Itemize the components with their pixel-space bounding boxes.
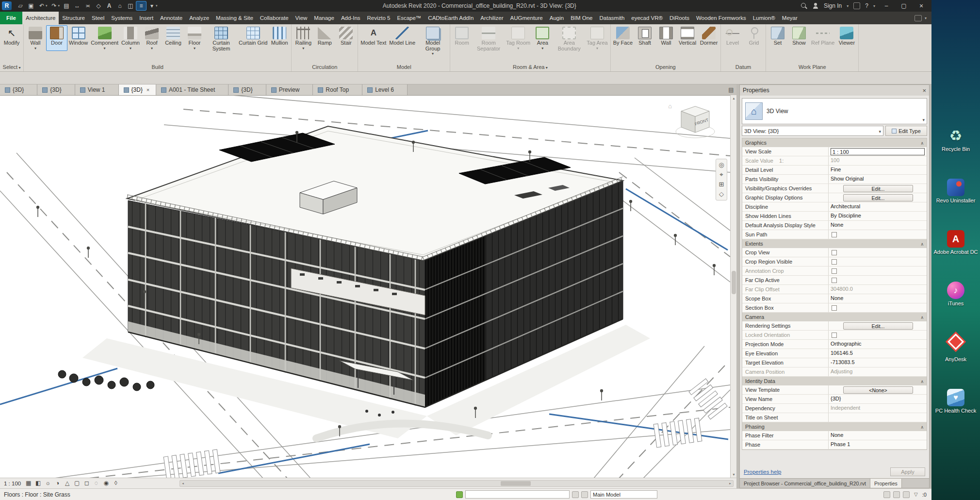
view-tab[interactable]: {3D} bbox=[119, 84, 156, 95]
checkbox[interactable] bbox=[832, 278, 837, 283]
ribbon-button[interactable]: Show bbox=[788, 25, 810, 51]
ribbon-collapse-icon[interactable]: ▾ bbox=[925, 16, 927, 20]
ribbon-button[interactable]: Ceiling bbox=[163, 25, 184, 51]
ribbon-tab[interactable]: Datasmith bbox=[596, 12, 628, 24]
collapse-icon[interactable] bbox=[920, 314, 924, 320]
ribbon-tab[interactable]: Revizto 5 bbox=[364, 12, 394, 24]
rendering-icon[interactable] bbox=[63, 479, 71, 487]
type-selector[interactable]: 3D View bbox=[742, 98, 927, 124]
ribbon-button[interactable]: Dormer bbox=[698, 25, 719, 51]
crop-region-icon[interactable] bbox=[82, 479, 91, 487]
view-tab[interactable]: Preview bbox=[266, 84, 313, 95]
chevron-down-icon[interactable] bbox=[922, 117, 925, 122]
view-tab[interactable]: View 1 bbox=[75, 84, 119, 95]
tab-properties[interactable]: Properties bbox=[870, 479, 902, 488]
qat-button[interactable] bbox=[83, 1, 93, 10]
property-value-cell[interactable]: Phase 1 bbox=[829, 440, 927, 449]
ribbon-tab[interactable]: Collaborate bbox=[257, 12, 292, 24]
ribbon-button[interactable]: Roof bbox=[141, 25, 163, 51]
checkbox[interactable] bbox=[832, 305, 837, 311]
ribbon-button[interactable]: Model Line bbox=[388, 25, 417, 51]
home-icon[interactable]: ⌂ bbox=[668, 102, 672, 110]
design-option-select[interactable]: Main Model bbox=[590, 490, 657, 499]
ribbon-button[interactable]: Stair bbox=[335, 25, 357, 51]
checkbox[interactable] bbox=[832, 232, 837, 237]
panel-label-room-area[interactable]: Room & Area bbox=[450, 63, 610, 71]
design-options-icon[interactable] bbox=[581, 491, 588, 498]
tab-views-list-icon[interactable] bbox=[726, 84, 736, 95]
steering-wheel-icon[interactable] bbox=[717, 160, 726, 170]
ribbon-tab[interactable]: Steel bbox=[88, 12, 108, 24]
ribbon-tab[interactable]: eyecad VR® bbox=[628, 12, 666, 24]
qat-button[interactable] bbox=[136, 1, 146, 10]
section-header-extents[interactable]: Extents bbox=[742, 239, 927, 248]
property-value-cell[interactable]: Edit... bbox=[829, 193, 927, 202]
ribbon-tab[interactable]: Archilizer bbox=[477, 12, 506, 24]
ribbon-button[interactable]: Shaft bbox=[634, 25, 655, 51]
ribbon-tab[interactable]: BIM One bbox=[567, 12, 596, 24]
properties-help-link[interactable]: Properties help bbox=[744, 469, 781, 475]
property-value-cell[interactable]: None bbox=[829, 431, 927, 440]
chevron-down-icon[interactable] bbox=[879, 128, 881, 134]
view-tab[interactable]: A001 - Title Sheet bbox=[156, 84, 229, 95]
ribbon-tab[interactable]: Wooden Formworks bbox=[693, 12, 750, 24]
ribbon-button[interactable]: Tag Area bbox=[585, 25, 609, 51]
property-value-cell[interactable]: By Discipline bbox=[829, 212, 927, 220]
ribbon-tab[interactable]: Massing & Site bbox=[212, 12, 257, 24]
apply-button[interactable]: Apply bbox=[890, 467, 925, 476]
ribbon-button[interactable]: By Face bbox=[612, 25, 634, 51]
view-tab[interactable]: Level 6 bbox=[362, 84, 408, 95]
ribbon-button[interactable]: Set bbox=[767, 25, 788, 51]
checkbox[interactable] bbox=[832, 250, 837, 255]
property-value-cell[interactable]: Orthographic bbox=[829, 340, 927, 349]
ribbon-button[interactable]: Wall bbox=[25, 25, 46, 51]
property-value-cell[interactable]: Architectural bbox=[829, 202, 927, 211]
desktop-icon[interactable]: AnyDesk bbox=[932, 333, 979, 363]
pan-icon[interactable] bbox=[717, 170, 726, 180]
property-value-cell[interactable]: Fine bbox=[829, 166, 927, 174]
property-value-cell[interactable]: -713083.5 bbox=[829, 358, 927, 367]
view-tab[interactable]: {3D} bbox=[229, 84, 266, 95]
property-value-cell[interactable]: Edit... bbox=[829, 184, 927, 193]
revit-logo-icon[interactable]: R bbox=[2, 1, 12, 10]
section-header-phasing[interactable]: Phasing bbox=[742, 422, 927, 431]
checkbox[interactable] bbox=[832, 268, 837, 274]
qat-button[interactable] bbox=[49, 1, 61, 10]
ribbon-button[interactable]: Window bbox=[67, 25, 89, 51]
property-value-cell[interactable] bbox=[829, 331, 927, 339]
sun-path-icon[interactable] bbox=[44, 479, 52, 487]
horizontal-scrollbar[interactable]: ◂ ▸ bbox=[180, 480, 734, 487]
section-header-camera[interactable]: Camera bbox=[742, 313, 927, 321]
ribbon-button[interactable]: Model Text bbox=[359, 25, 388, 51]
checkbox[interactable] bbox=[832, 259, 837, 265]
ribbon-button[interactable]: Curtain Grid bbox=[237, 25, 269, 51]
collapse-icon[interactable] bbox=[920, 241, 924, 247]
qat-button[interactable] bbox=[94, 1, 103, 10]
ribbon-button[interactable]: Ref Plane bbox=[810, 25, 836, 51]
property-value-cell[interactable] bbox=[829, 257, 927, 266]
collapse-icon[interactable] bbox=[920, 378, 924, 384]
chevron-down-icon[interactable]: ▾ bbox=[847, 4, 849, 8]
property-value-cell[interactable] bbox=[829, 413, 927, 422]
desktop-icon[interactable]: Recycle Bin bbox=[932, 127, 979, 152]
help-button[interactable]: ? bbox=[865, 2, 868, 9]
section-header-graphics[interactable]: Graphics bbox=[742, 138, 927, 147]
drawing-area[interactable]: ⌂ FRONT bbox=[0, 95, 730, 478]
property-value-cell[interactable]: 100 bbox=[829, 156, 927, 165]
scroll-left-icon[interactable]: ◂ bbox=[180, 481, 186, 486]
ribbon-tab[interactable]: Analyze bbox=[186, 12, 212, 24]
checkbox[interactable] bbox=[832, 333, 837, 338]
edit-type-button[interactable]: Edit Type bbox=[885, 126, 927, 136]
press-drag-icon[interactable] bbox=[893, 491, 900, 498]
scrollbar-thumb[interactable] bbox=[501, 481, 531, 486]
ribbon-button[interactable]: Grid bbox=[743, 25, 765, 51]
ribbon-tab[interactable]: Manage bbox=[310, 12, 338, 24]
ribbon-tab[interactable]: View bbox=[292, 12, 311, 24]
qat-button[interactable] bbox=[62, 1, 71, 10]
qat-button[interactable] bbox=[26, 1, 36, 10]
scroll-right-icon[interactable]: ▸ bbox=[727, 481, 733, 486]
property-value-cell[interactable] bbox=[829, 276, 927, 284]
property-value-cell[interactable]: Independent bbox=[829, 404, 927, 413]
ribbon-tab[interactable]: Systems bbox=[108, 12, 136, 24]
ribbon-tab[interactable]: Annotate bbox=[157, 12, 186, 24]
